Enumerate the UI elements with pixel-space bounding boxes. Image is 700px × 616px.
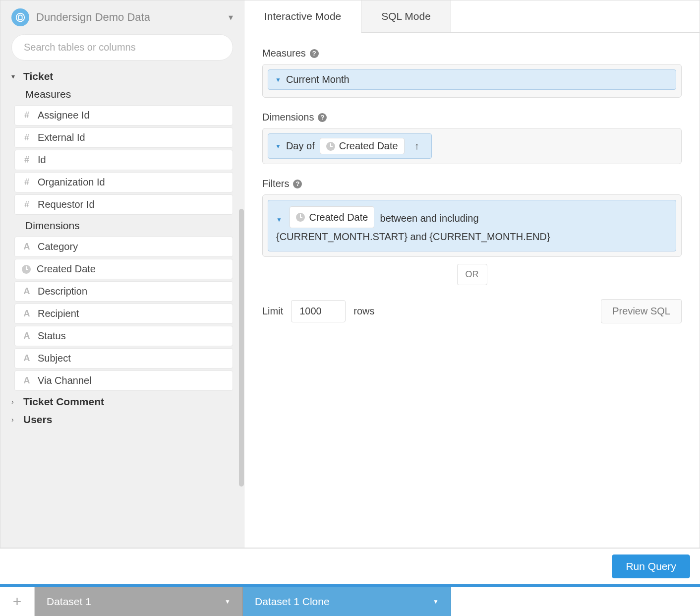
filter-operator: between and including <box>380 213 479 224</box>
filters-label: Filters <box>262 178 289 189</box>
filter-field-pill: Created Date <box>290 206 374 228</box>
text-icon: A <box>22 286 32 297</box>
sidebar: Dundersign Demo Data ▾ ▾ Ticket Measures… <box>0 0 244 548</box>
field-label: Via Channel <box>38 375 92 386</box>
chip-label: Current Month <box>286 74 350 85</box>
chevron-down-icon: ▼ <box>276 216 282 223</box>
clock-icon <box>22 265 31 274</box>
chevron-down-icon: ▾ <box>11 72 18 80</box>
dimension-prefix: Day of <box>286 140 315 152</box>
dimensions-header: Dimensions <box>11 217 233 235</box>
chevron-down-icon: ▼ <box>225 598 231 605</box>
run-query-button[interactable]: Run Query <box>612 554 690 578</box>
add-dataset-button[interactable]: + <box>0 587 35 616</box>
field-label: Subject <box>38 353 71 364</box>
datasource-selector[interactable]: Dundersign Demo Data ▾ <box>0 0 244 34</box>
scrollbar[interactable] <box>239 209 244 487</box>
tab-sql[interactable]: SQL Mode <box>361 0 451 32</box>
datasource-name: Dundersign Demo Data <box>36 11 222 24</box>
help-icon[interactable]: ? <box>293 180 302 188</box>
measures-label: Measures <box>262 48 306 59</box>
dataset-tabs: + Dataset 1 ▼ Dataset 1 Clone ▼ <box>0 587 700 616</box>
chevron-down-icon: ▼ <box>275 76 281 83</box>
dataset-tab-label: Dataset 1 Clone <box>255 596 330 608</box>
chevron-down-icon: ▼ <box>275 143 281 150</box>
number-icon: # <box>22 110 32 121</box>
text-icon: A <box>22 375 32 386</box>
number-icon: # <box>22 132 32 143</box>
limit-input[interactable] <box>291 300 346 322</box>
tab-interactive[interactable]: Interactive Mode <box>244 0 361 33</box>
table-ticket-comment[interactable]: › Ticket Comment <box>11 393 233 411</box>
filter-values: {CURRENT_MONTH.START} and {CURRENT_MONTH… <box>276 231 550 242</box>
number-icon: # <box>22 177 32 187</box>
field-created-date[interactable]: Created Date <box>14 259 233 279</box>
content-panel: Interactive Mode SQL Mode Measures ? ▼ C… <box>244 0 700 548</box>
search-input[interactable] <box>11 34 233 61</box>
field-label: Description <box>38 286 87 297</box>
clock-icon <box>296 213 305 222</box>
field-label: Recipient <box>38 308 79 319</box>
measures-dropzone[interactable]: ▼ Current Month <box>262 64 682 98</box>
field-recipient[interactable]: ARecipient <box>14 304 233 324</box>
field-id[interactable]: #Id <box>14 150 233 170</box>
dataset-tab-1[interactable]: Dataset 1 ▼ <box>35 587 243 616</box>
dimension-chip-created-date[interactable]: ▼ Day of Created Date ↑ <box>268 133 432 159</box>
field-via-channel[interactable]: AVia Channel <box>14 370 233 391</box>
rows-label: rows <box>353 306 374 317</box>
field-label: Id <box>38 154 46 166</box>
dataset-tab-1-clone[interactable]: Dataset 1 Clone ▼ <box>243 587 451 616</box>
limit-label: Limit <box>262 306 283 317</box>
field-organization-id[interactable]: #Organization Id <box>14 172 233 192</box>
field-label: Organization Id <box>38 177 105 188</box>
table-label: Users <box>23 414 52 426</box>
chevron-down-icon: ▼ <box>433 598 439 605</box>
filter-chip-created-date[interactable]: ▼ Created Date between and including {CU… <box>268 200 676 251</box>
field-label: External Id <box>38 132 85 143</box>
help-icon[interactable]: ? <box>318 113 327 122</box>
field-label: Status <box>38 330 66 342</box>
field-description[interactable]: ADescription <box>14 281 233 302</box>
preview-sql-button[interactable]: Preview SQL <box>601 299 682 323</box>
dimensions-dropzone[interactable]: ▼ Day of Created Date ↑ <box>262 128 682 164</box>
dimensions-label: Dimensions <box>262 112 314 123</box>
chevron-right-icon: › <box>11 398 18 406</box>
table-users[interactable]: › Users <box>11 411 233 429</box>
text-icon: A <box>22 353 32 364</box>
dimension-field-label: Created Date <box>339 140 398 152</box>
svg-point-0 <box>16 13 25 22</box>
field-subject[interactable]: ASubject <box>14 348 233 369</box>
elephant-icon <box>11 8 29 26</box>
text-icon: A <box>22 242 32 252</box>
table-label: Ticket <box>23 70 53 82</box>
table-label: Ticket Comment <box>23 396 104 408</box>
field-label: Created Date <box>37 263 96 275</box>
field-requestor-id[interactable]: #Requestor Id <box>14 194 233 215</box>
field-label: Category <box>38 241 78 252</box>
table-ticket[interactable]: ▾ Ticket <box>11 67 233 85</box>
chevron-down-icon: ▾ <box>229 12 233 23</box>
number-icon: # <box>22 155 32 165</box>
mode-tabs: Interactive Mode SQL Mode <box>244 0 700 33</box>
or-button[interactable]: OR <box>457 264 487 285</box>
sort-asc-icon[interactable]: ↑ <box>409 140 424 152</box>
filter-field-label: Created Date <box>309 209 368 226</box>
measures-header: Measures <box>11 85 233 103</box>
text-icon: A <box>22 331 32 341</box>
field-label: Requestor Id <box>38 199 95 210</box>
dataset-tab-label: Dataset 1 <box>47 596 91 608</box>
field-assignee-id[interactable]: #Assignee Id <box>14 105 233 125</box>
help-icon[interactable]: ? <box>310 49 319 58</box>
field-label: Assignee Id <box>38 110 90 121</box>
field-status[interactable]: AStatus <box>14 326 233 346</box>
clock-icon <box>326 142 335 151</box>
measure-chip-current-month[interactable]: ▼ Current Month <box>268 69 676 90</box>
run-bar: Run Query <box>0 548 700 584</box>
field-category[interactable]: ACategory <box>14 237 233 257</box>
text-icon: A <box>22 308 32 319</box>
field-external-id[interactable]: #External Id <box>14 127 233 148</box>
filters-dropzone[interactable]: ▼ Created Date between and including {CU… <box>262 194 682 257</box>
dimension-field-pill: Created Date <box>320 138 405 154</box>
chevron-right-icon: › <box>11 416 18 424</box>
number-icon: # <box>22 199 32 210</box>
